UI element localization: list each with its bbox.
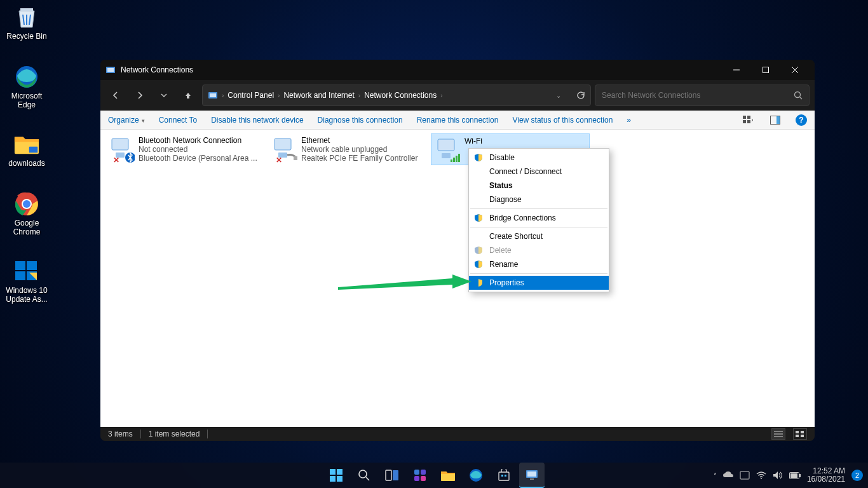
edge-taskbar-button[interactable] [463,463,489,488]
content-area[interactable]: ✕ Bluetooth Network Connection Not conne… [100,130,815,427]
shield-icon [474,153,483,162]
svg-rect-16 [210,93,216,97]
status-selected-count: 1 item selected [149,430,200,438]
maximize-button[interactable] [751,60,780,80]
menu-item-disable[interactable]: Disable [469,151,609,165]
onedrive-icon[interactable] [723,471,733,479]
notification-badge[interactable]: 2 [851,470,863,481]
search-input[interactable] [602,91,794,100]
svg-rect-22 [747,120,750,123]
connection-status: Not connected [139,145,261,154]
menu-item-shortcut[interactable]: Create Shortcut [469,229,609,243]
wifi-tray-icon[interactable] [756,471,766,479]
taskbar[interactable]: ˄ 12:52 AM 16/08/2021 2 [0,463,868,488]
recent-locations-button[interactable] [154,85,174,105]
connection-item-bluetooth[interactable]: ✕ Bluetooth Network Connection Not conne… [105,133,264,165]
menu-item-label: Properties [489,278,524,287]
svg-rect-43 [796,431,799,433]
diagnose-connection-button[interactable]: Diagnose this connection [318,116,403,125]
svg-rect-12 [763,67,769,73]
taskbar-search-button[interactable] [351,463,377,488]
minimize-button[interactable] [722,60,751,80]
addressbar-dropdown-icon[interactable]: ⌄ [556,92,561,99]
menu-item-properties[interactable]: Properties [469,276,609,290]
address-bar[interactable]: › Control Panel › Network and Internet ›… [202,85,591,106]
breadcrumb-segment[interactable]: Network and Internet [283,91,354,100]
chevron-right-icon: › [358,92,360,99]
preview-pane-button[interactable] [769,114,782,126]
forward-button[interactable] [130,85,150,105]
svg-rect-57 [414,476,419,481]
svg-rect-54 [393,470,398,480]
tray-overflow-button[interactable]: ˄ [714,472,717,479]
start-button[interactable] [323,463,349,488]
view-status-button[interactable]: View status of this connection [512,116,613,125]
svg-rect-44 [801,431,804,433]
desktop-icon-recycle-bin[interactable]: Recycle Bin [3,4,50,41]
refresh-button[interactable] [576,91,585,100]
help-button[interactable]: ? [796,114,807,126]
battery-tray-icon[interactable] [789,472,801,479]
search-icon [794,91,803,100]
chevron-right-icon: › [278,92,280,99]
svg-point-51 [359,470,367,478]
organize-menu[interactable]: Organize [108,116,145,125]
svg-rect-62 [505,475,506,477]
svg-rect-65 [530,478,534,480]
desktop-icon-chrome[interactable]: Google Chrome [3,191,50,236]
search-box[interactable] [595,85,810,106]
recycle-bin-icon [13,4,40,30]
title-bar[interactable]: Network Connections [100,60,815,80]
back-button[interactable] [105,85,126,105]
menu-item-label: Diagnose [489,195,522,204]
menu-item-bridge[interactable]: Bridge Connections [469,211,609,225]
menu-item-status[interactable]: Status [469,179,609,193]
view-large-icons-button[interactable] [793,428,807,440]
menu-separator [470,273,607,274]
svg-rect-29 [275,139,291,150]
svg-rect-46 [801,435,804,437]
task-view-button[interactable] [379,463,405,488]
svg-point-4 [23,200,31,208]
file-explorer-button[interactable] [435,463,461,488]
clock[interactable]: 12:52 AM 16/08/2021 [807,467,845,484]
connection-detail: Bluetooth Device (Personal Area ... [139,154,261,163]
edge-icon [13,64,40,90]
volume-tray-icon[interactable] [773,471,783,480]
window-icon [105,65,116,75]
close-button[interactable] [780,60,810,80]
connection-name: Wi-Fi [465,137,585,146]
breadcrumb-segment[interactable]: Network Connections [364,91,437,100]
svg-rect-70 [790,473,797,478]
rename-connection-button[interactable]: Rename this connection [417,116,499,125]
up-button[interactable] [178,85,198,105]
disable-device-button[interactable]: Disable this network device [211,116,303,125]
menu-item-connect[interactable]: Connect / Disconnect [469,165,609,179]
menu-separator [470,227,607,227]
svg-rect-10 [107,68,114,72]
menu-item-diagnose[interactable]: Diagnose [469,193,609,207]
view-details-button[interactable] [771,428,785,440]
desktop-icon-update-assistant[interactable]: Windows 10 Update As... [3,258,50,304]
view-options-button[interactable] [742,114,755,126]
desktop-icon-label: Google Chrome [3,219,50,236]
network-connections-window: Network Connections › Control Panel › Ne… [100,60,815,441]
menu-item-label: Create Shortcut [489,232,543,241]
svg-rect-6 [27,261,37,270]
svg-rect-38 [458,154,460,162]
shield-icon [474,246,483,255]
menu-item-delete: Delete [469,243,609,257]
store-button[interactable] [491,463,517,488]
more-commands-button[interactable]: » [627,116,631,125]
menu-item-rename[interactable]: Rename [469,257,609,271]
breadcrumb-segment[interactable]: Control Panel [227,91,274,100]
connection-item-ethernet[interactable]: ✕ Ethernet Network cable unplugged Realt… [268,133,427,165]
desktop-icon-edge[interactable]: Microsoft Edge [3,64,50,109]
language-indicator-icon[interactable] [740,471,750,480]
widgets-button[interactable] [407,463,433,488]
desktop-icon-downloads[interactable]: downloads [3,131,50,168]
shield-icon [474,214,483,222]
network-connections-taskbar-button[interactable] [519,463,545,488]
bluetooth-connection-icon: ✕ [109,136,135,164]
connect-to-button[interactable]: Connect To [159,116,198,125]
